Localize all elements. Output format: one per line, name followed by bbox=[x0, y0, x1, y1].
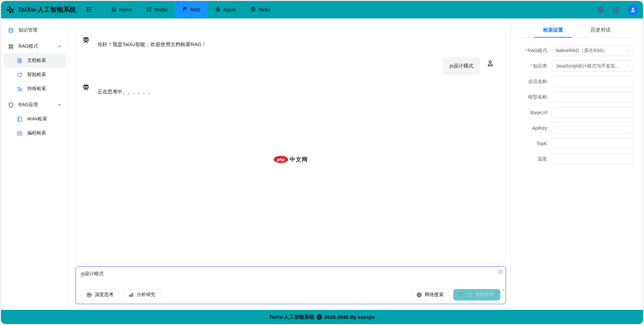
sidebar-section-rag-apps[interactable]: RAG应用 bbox=[3, 98, 66, 112]
resize-grip[interactable] bbox=[501, 286, 505, 292]
temperature-input[interactable] bbox=[556, 154, 629, 164]
form-row-apikey: ApiKey: bbox=[517, 122, 636, 133]
svg-text:AI: AI bbox=[148, 9, 150, 11]
sidebar-item-smart-search[interactable]: 智能检索 bbox=[3, 68, 66, 82]
sidebar-item-label: 文档检索 bbox=[27, 57, 46, 64]
select-value: NativeRAG（原生RAG） bbox=[556, 48, 608, 54]
topk-input[interactable] bbox=[556, 138, 629, 149]
required-asterisk: * bbox=[530, 63, 532, 69]
apikey-input[interactable] bbox=[556, 123, 629, 133]
sidebar-section-rag-mode[interactable]: RAG模式 bbox=[3, 39, 66, 53]
nav-label: Agent bbox=[223, 7, 236, 12]
brand: TaiXu-人工智能系统 bbox=[6, 5, 76, 14]
sidebar-section-label: RAG模式 bbox=[18, 43, 38, 49]
web-search-button[interactable]: 网络搜索 bbox=[411, 289, 449, 300]
robot-icon bbox=[82, 84, 90, 95]
bot-message-thinking: 正在思考中。。。。。。 bbox=[82, 84, 500, 95]
footer-site-name: TaiXu-人工智能系统 bbox=[269, 314, 315, 320]
tab-history-chats[interactable]: 历史对话 bbox=[582, 24, 619, 37]
sidebar-item-doc-search[interactable]: 文档检索 bbox=[3, 53, 66, 68]
nav-item-agent[interactable]: Agent bbox=[208, 1, 243, 18]
field-label: *RAG模式: bbox=[517, 48, 552, 54]
code-icon bbox=[17, 130, 22, 136]
app-title: TaiXu-人工智能系统 bbox=[18, 5, 76, 14]
footer-copyright: 2025-2045 By xuesjie bbox=[324, 314, 375, 320]
bot-thinking-text: 正在思考中。。。。。。 bbox=[97, 84, 153, 95]
clear-input-icon[interactable]: ✕ bbox=[498, 270, 503, 275]
web-search-label: 网络搜索 bbox=[425, 292, 444, 298]
sidebar: 知识管理 RAG模式 文档检索 bbox=[1, 18, 69, 310]
smart-answer-send-button[interactable]: 智能答疑 bbox=[453, 289, 500, 300]
list-search-icon bbox=[17, 86, 22, 92]
input-text: 设计模式 bbox=[85, 271, 103, 276]
document-search-icon bbox=[17, 58, 22, 64]
message-input[interactable]: js设计模式 bbox=[81, 270, 500, 277]
field-label: TopK: bbox=[517, 141, 552, 146]
nav-label: Modal bbox=[155, 7, 168, 12]
form-row-temperature: 温度: bbox=[517, 153, 636, 164]
database-icon bbox=[8, 28, 14, 33]
chevron-up-icon bbox=[57, 103, 61, 107]
refresh-icon bbox=[17, 72, 22, 78]
nav-item-rag[interactable]: RAG bbox=[175, 1, 208, 18]
composer-toolbar: 深度思考 分析研究 bbox=[81, 289, 500, 300]
deep-think-icon bbox=[86, 292, 92, 298]
nav-item-modal[interactable]: AI Modal bbox=[139, 1, 175, 18]
settings-gear-icon[interactable] bbox=[597, 6, 604, 13]
sidebar-item-code-search[interactable]: 编程检索 bbox=[3, 126, 66, 140]
deep-think-label: 深度思考 bbox=[95, 292, 113, 298]
robot-icon bbox=[82, 36, 90, 48]
loading-spinner-icon bbox=[460, 293, 464, 297]
apikey-field bbox=[552, 122, 633, 133]
shield-icon bbox=[8, 102, 14, 108]
php-cn-watermark: php 中文网 bbox=[274, 156, 308, 163]
sidebar-item-knowledge[interactable]: 知识管理 bbox=[3, 23, 66, 37]
nav-item-home[interactable]: Home bbox=[104, 1, 139, 18]
select-value: JavaScript设计模式与开发实践.... bbox=[556, 63, 624, 69]
deep-think-button[interactable]: 深度思考 bbox=[81, 289, 119, 300]
sidebar-item-special-search[interactable]: 特殊检索 bbox=[3, 82, 66, 96]
main-nav: Home AI Modal RAG Agent bbox=[104, 1, 277, 18]
form-row-baseurl: BaseUrl: bbox=[517, 107, 636, 118]
footer: TaiXu-人工智能系统 C 2025-2045 By xuesjie bbox=[1, 310, 643, 324]
sidebar-item-label: 智能检索 bbox=[27, 72, 46, 78]
sidebar-item-arxiv-search[interactable]: Arxiv检索 bbox=[3, 112, 66, 126]
grid-icon bbox=[8, 44, 14, 49]
nav-label: TaiXu bbox=[259, 7, 270, 12]
nav-item-taixu[interactable]: TaiXu bbox=[243, 1, 278, 18]
field-label: BaseUrl: bbox=[517, 110, 552, 115]
input-text-misspelled: js bbox=[81, 271, 85, 276]
field-label: 会话名称: bbox=[517, 79, 552, 85]
baseurl-input[interactable] bbox=[556, 107, 629, 118]
settings-tabs: 检索设置 历史对话 bbox=[517, 24, 636, 38]
nav-label: RAG bbox=[190, 7, 200, 12]
analyze-icon bbox=[128, 292, 134, 298]
header-actions bbox=[597, 4, 638, 15]
sidebar-item-label: 特殊检索 bbox=[27, 86, 46, 92]
knowledge-base-select[interactable]: JavaScript设计模式与开发实践.... bbox=[552, 60, 633, 72]
help-icon[interactable] bbox=[612, 6, 619, 13]
form-row-knowledge-base: *知识库: JavaScript设计模式与开发实践.... bbox=[517, 60, 636, 72]
form-row-topk: TopK: bbox=[517, 138, 636, 149]
agent-icon bbox=[215, 7, 221, 13]
user-message-bubble: js设计模式 bbox=[443, 57, 480, 75]
model-name-input[interactable] bbox=[556, 92, 629, 102]
bot-message-text: 你好！我是TaiXu智能，欢迎使用文档检索RAG！ bbox=[97, 36, 206, 48]
menu-fold-icon[interactable] bbox=[86, 6, 92, 13]
sidebar-item-label: 编程检索 bbox=[27, 130, 46, 136]
analyze-label: 分析研究 bbox=[137, 292, 155, 298]
rag-mode-select[interactable]: NativeRAG（原生RAG） bbox=[552, 45, 633, 56]
chat-smile-icon bbox=[467, 292, 472, 298]
copyright-icon: C bbox=[317, 314, 322, 320]
php-logo-badge: php bbox=[274, 156, 288, 163]
field-label: *知识库: bbox=[517, 63, 552, 69]
analyze-research-button[interactable]: 分析研究 bbox=[123, 289, 160, 300]
nav-label: Home bbox=[119, 7, 132, 12]
chevron-down-icon bbox=[626, 49, 629, 52]
field-label: ApiKey: bbox=[517, 125, 552, 131]
rag-flag-icon bbox=[182, 7, 188, 13]
session-name-input[interactable] bbox=[556, 76, 629, 87]
chat-history-panel: 你好！我是TaiXu智能，欢迎使用文档检索RAG！ js设计模式 正在思考中。。… bbox=[76, 29, 506, 264]
tab-search-settings[interactable]: 检索设置 bbox=[534, 24, 572, 37]
user-avatar[interactable] bbox=[628, 4, 638, 15]
